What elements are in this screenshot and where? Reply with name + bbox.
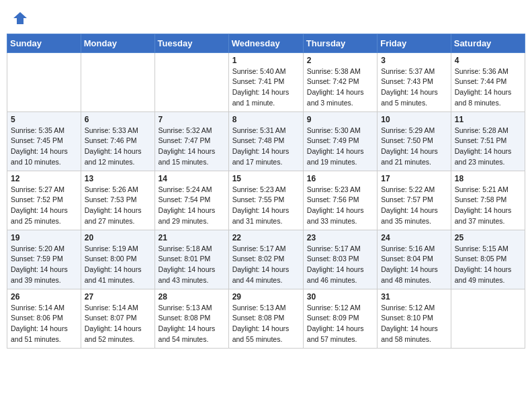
calendar-cell: 5Sunrise: 5:35 AM Sunset: 7:45 PM Daylig… [7,111,81,171]
day-info: Sunrise: 5:15 AM Sunset: 8:05 PM Dayligh… [455,244,521,286]
day-info: Sunrise: 5:23 AM Sunset: 7:56 PM Dayligh… [307,185,373,227]
calendar-cell: 24Sunrise: 5:16 AM Sunset: 8:04 PM Dayli… [378,230,451,289]
calendar-cell: 9Sunrise: 5:30 AM Sunset: 7:49 PM Daylig… [303,111,377,171]
calendar-cell: 20Sunrise: 5:19 AM Sunset: 8:00 PM Dayli… [81,230,154,289]
day-info: Sunrise: 5:27 AM Sunset: 7:52 PM Dayligh… [11,185,77,227]
day-info: Sunrise: 5:23 AM Sunset: 7:55 PM Dayligh… [232,185,300,227]
calendar-cell: 10Sunrise: 5:29 AM Sunset: 7:50 PM Dayli… [378,111,451,171]
calendar-week-row: 12Sunrise: 5:27 AM Sunset: 7:52 PM Dayli… [7,171,525,230]
logo [12,9,28,26]
day-of-week-header: Wednesday [228,34,303,52]
day-info: Sunrise: 5:18 AM Sunset: 8:01 PM Dayligh… [159,244,225,286]
calendar-table: SundayMondayTuesdayWednesdayThursdayFrid… [7,34,525,349]
day-number: 7 [159,115,225,124]
calendar-cell: 29Sunrise: 5:13 AM Sunset: 8:08 PM Dayli… [228,289,303,348]
logo-icon [13,11,28,26]
day-number: 6 [85,115,151,124]
calendar-cell [81,52,154,111]
day-number: 3 [381,56,447,65]
day-info: Sunrise: 5:20 AM Sunset: 7:59 PM Dayligh… [11,244,77,286]
day-of-week-header: Thursday [303,34,377,52]
calendar-cell: 25Sunrise: 5:15 AM Sunset: 8:05 PM Dayli… [451,230,525,289]
day-number: 27 [85,292,151,302]
day-info: Sunrise: 5:36 AM Sunset: 7:44 PM Dayligh… [455,66,521,109]
day-info: Sunrise: 5:30 AM Sunset: 7:49 PM Dayligh… [307,126,373,168]
day-info: Sunrise: 5:12 AM Sunset: 8:09 PM Dayligh… [307,303,373,345]
day-number: 26 [11,292,77,302]
day-number: 12 [11,174,77,183]
day-of-week-header: Saturday [451,34,525,52]
day-of-week-header: Sunday [7,34,81,52]
calendar-cell [7,52,81,111]
day-info: Sunrise: 5:38 AM Sunset: 7:42 PM Dayligh… [307,66,373,109]
day-of-week-header: Tuesday [154,34,228,52]
day-info: Sunrise: 5:26 AM Sunset: 7:53 PM Dayligh… [85,185,151,227]
day-number: 1 [232,56,300,65]
day-number: 23 [307,233,373,242]
calendar-cell: 6Sunrise: 5:33 AM Sunset: 7:46 PM Daylig… [81,111,154,171]
calendar-cell: 1Sunrise: 5:40 AM Sunset: 7:41 PM Daylig… [228,52,303,111]
calendar-cell [451,289,525,348]
day-number: 2 [307,56,373,65]
calendar-cell: 17Sunrise: 5:22 AM Sunset: 7:57 PM Dayli… [378,171,451,230]
calendar-cell: 22Sunrise: 5:17 AM Sunset: 8:02 PM Dayli… [228,230,303,289]
day-info: Sunrise: 5:17 AM Sunset: 8:03 PM Dayligh… [307,244,373,286]
day-number: 5 [11,115,77,124]
day-info: Sunrise: 5:24 AM Sunset: 7:54 PM Dayligh… [159,185,225,227]
day-info: Sunrise: 5:12 AM Sunset: 8:10 PM Dayligh… [381,303,447,345]
day-number: 8 [232,115,300,124]
day-info: Sunrise: 5:21 AM Sunset: 7:58 PM Dayligh… [455,185,521,227]
day-info: Sunrise: 5:28 AM Sunset: 7:51 PM Dayligh… [455,126,521,168]
calendar-cell: 7Sunrise: 5:32 AM Sunset: 7:47 PM Daylig… [154,111,228,171]
logo-text [12,9,28,26]
calendar-cell: 26Sunrise: 5:14 AM Sunset: 8:06 PM Dayli… [7,289,81,348]
day-number: 15 [232,174,300,183]
day-info: Sunrise: 5:22 AM Sunset: 7:57 PM Dayligh… [381,185,447,227]
calendar-cell: 28Sunrise: 5:13 AM Sunset: 8:08 PM Dayli… [154,289,228,348]
day-info: Sunrise: 5:13 AM Sunset: 8:08 PM Dayligh… [159,303,225,345]
day-info: Sunrise: 5:32 AM Sunset: 7:47 PM Dayligh… [159,126,225,168]
calendar-cell: 13Sunrise: 5:26 AM Sunset: 7:53 PM Dayli… [81,171,154,230]
day-number: 9 [307,115,373,124]
day-info: Sunrise: 5:13 AM Sunset: 8:08 PM Dayligh… [232,303,300,345]
day-number: 29 [232,292,300,302]
calendar-cell: 21Sunrise: 5:18 AM Sunset: 8:01 PM Dayli… [154,230,228,289]
calendar-header-row: SundayMondayTuesdayWednesdayThursdayFrid… [7,34,525,52]
day-number: 20 [85,233,151,242]
day-info: Sunrise: 5:40 AM Sunset: 7:41 PM Dayligh… [232,66,300,109]
day-info: Sunrise: 5:29 AM Sunset: 7:50 PM Dayligh… [381,126,447,168]
calendar-cell: 27Sunrise: 5:14 AM Sunset: 8:07 PM Dayli… [81,289,154,348]
calendar-cell: 30Sunrise: 5:12 AM Sunset: 8:09 PM Dayli… [303,289,377,348]
calendar-cell: 8Sunrise: 5:31 AM Sunset: 7:48 PM Daylig… [228,111,303,171]
page-header [7,7,525,28]
day-number: 4 [455,56,521,65]
calendar-week-row: 1Sunrise: 5:40 AM Sunset: 7:41 PM Daylig… [7,52,525,111]
day-number: 17 [381,174,447,183]
calendar-week-row: 19Sunrise: 5:20 AM Sunset: 7:59 PM Dayli… [7,230,525,289]
calendar-cell: 14Sunrise: 5:24 AM Sunset: 7:54 PM Dayli… [154,171,228,230]
calendar-week-row: 26Sunrise: 5:14 AM Sunset: 8:06 PM Dayli… [7,289,525,348]
day-number: 19 [11,233,77,242]
calendar-cell: 15Sunrise: 5:23 AM Sunset: 7:55 PM Dayli… [228,171,303,230]
calendar-cell: 19Sunrise: 5:20 AM Sunset: 7:59 PM Dayli… [7,230,81,289]
calendar-cell: 11Sunrise: 5:28 AM Sunset: 7:51 PM Dayli… [451,111,525,171]
calendar-week-row: 5Sunrise: 5:35 AM Sunset: 7:45 PM Daylig… [7,111,525,171]
svg-marker-0 [13,12,27,24]
calendar-cell [154,52,228,111]
day-info: Sunrise: 5:31 AM Sunset: 7:48 PM Dayligh… [232,126,300,168]
day-info: Sunrise: 5:35 AM Sunset: 7:45 PM Dayligh… [11,126,77,168]
day-number: 21 [159,233,225,242]
day-number: 22 [232,233,300,242]
day-number: 31 [381,292,447,302]
day-number: 14 [159,174,225,183]
day-number: 28 [159,292,225,302]
calendar-cell: 2Sunrise: 5:38 AM Sunset: 7:42 PM Daylig… [303,52,377,111]
calendar-cell: 18Sunrise: 5:21 AM Sunset: 7:58 PM Dayli… [451,171,525,230]
day-info: Sunrise: 5:17 AM Sunset: 8:02 PM Dayligh… [232,244,300,286]
day-of-week-header: Friday [378,34,451,52]
day-number: 24 [381,233,447,242]
calendar-cell: 12Sunrise: 5:27 AM Sunset: 7:52 PM Dayli… [7,171,81,230]
day-of-week-header: Monday [81,34,154,52]
day-number: 30 [307,292,373,302]
day-info: Sunrise: 5:37 AM Sunset: 7:43 PM Dayligh… [381,66,447,109]
